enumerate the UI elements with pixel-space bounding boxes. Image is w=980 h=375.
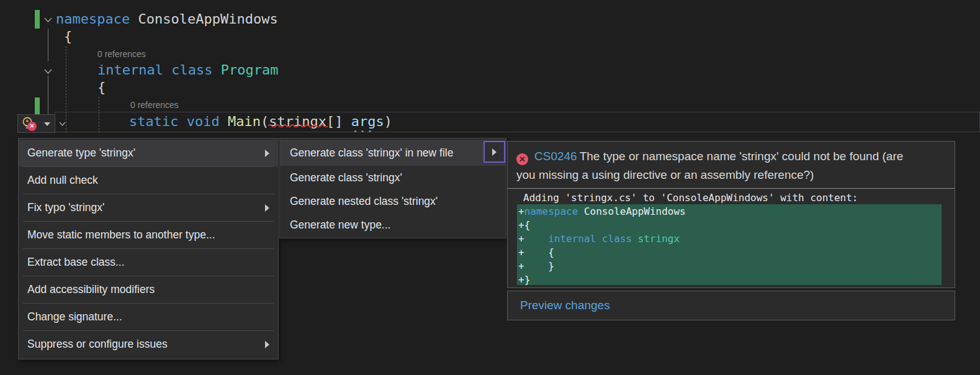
menu-item-add-accessibility-modifiers[interactable]: Add accessibility modifiers (19, 276, 278, 303)
change-bar (35, 10, 40, 29)
class-name-token: Program (221, 62, 279, 78)
fold-chevron-icon[interactable] (58, 118, 66, 129)
submenu-item-generate-class[interactable]: Generate class 'stringx' (280, 166, 506, 189)
namespace-name-token: ConsoleAppWindows (138, 11, 277, 27)
space-token (343, 114, 351, 129)
preview-changes-box: Preview changes (507, 291, 955, 320)
error-icon: ✕ (516, 153, 528, 165)
brace-token: { (97, 79, 106, 95)
error-squiggle (268, 114, 328, 132)
method-name-token: Main (228, 114, 261, 129)
submenu-item-label: Generate class 'stringx' in new file (290, 147, 453, 160)
diff-plus: +{ (518, 219, 530, 231)
menu-item-label: Extract base class... (27, 256, 125, 269)
diff-plus: + } (518, 260, 554, 272)
paren-token: ( (261, 114, 269, 129)
error-type-token: stringx (269, 114, 326, 129)
tooltip-separator (508, 188, 955, 189)
submenu-item-label: Generate new type... (290, 219, 390, 232)
menu-item-label: Generate type 'stringx' (27, 147, 135, 160)
type-token: stringx (638, 233, 680, 245)
menu-item-label: Fix typo 'stringx' (27, 201, 104, 214)
error-text-block: ✕CS0246The type or namespace name 'strin… (516, 147, 917, 184)
quick-actions-lightbulb[interactable]: ✕ (17, 114, 55, 133)
error-code: CS0246 (534, 150, 577, 163)
submenu-arrow-icon (265, 204, 269, 212)
brackets-token: [] (326, 114, 343, 129)
error-preview-tooltip: ✕CS0246The type or namespace name 'strin… (507, 141, 955, 288)
error-badge-icon: ✕ (27, 122, 37, 131)
menu-item-add-null-check[interactable]: Add null check (19, 167, 278, 194)
diff-line: +{ (517, 219, 942, 232)
error-header: ✕CS0246The type or namespace name 'strin… (508, 142, 955, 188)
fold-chevron-icon[interactable] (43, 14, 53, 25)
parameter-token: args... (351, 114, 384, 129)
submenu-item-label: Generate nested class 'stringx' (290, 195, 438, 208)
keyword-token: internal class (524, 233, 638, 245)
dropdown-chevron-icon (44, 122, 50, 126)
menu-item-extract-base-class[interactable]: Extract base class... (19, 249, 278, 276)
diff-line: + } (517, 260, 942, 273)
submenu-arrow-icon (265, 341, 269, 348)
submenu-arrow-icon (265, 150, 269, 157)
keyword-token: namespace (524, 206, 584, 217)
quick-actions-menu: Generate type 'stringx' Add null check F… (18, 138, 279, 359)
keyword-token: internal class (97, 62, 221, 78)
outline-guide (48, 76, 48, 114)
visual-studio-editor-screen: namespace ConsoleAppWindows { 0 referenc… (0, 0, 980, 375)
expand-preview-button[interactable] (483, 141, 505, 163)
code-line-main: static void Main(stringx[] args...) (129, 113, 392, 130)
menu-item-generate-type[interactable]: Generate type 'stringx' (19, 140, 278, 166)
outline-guide (48, 29, 48, 61)
keyword-token: static void (129, 114, 228, 129)
diff-line: +} (517, 273, 942, 287)
submenu-item-label: Generate class 'stringx' (290, 171, 402, 184)
code-line-brace: { (97, 79, 106, 96)
diff-adding-line: Adding 'stringx.cs' to 'ConsoleAppWindow… (523, 192, 858, 204)
code-line-namespace: namespace ConsoleAppWindows (56, 11, 278, 28)
code-line-brace: { (64, 28, 72, 45)
diff-line: +namespace ConsoleAppWindows (517, 205, 942, 219)
codelens-references[interactable]: 0 references (130, 99, 179, 111)
suggestion-dots: ... (353, 126, 374, 132)
diff-plus: + { (518, 246, 554, 258)
submenu-item-generate-new-type[interactable]: Generate new type... (280, 213, 506, 237)
menu-item-label: Move static members to another type... (27, 228, 215, 242)
change-bar (35, 97, 40, 115)
menu-item-change-signature[interactable]: Change signature... (19, 304, 278, 330)
diff-text: ConsoleAppWindows (584, 206, 686, 217)
preview-changes-link[interactable]: Preview changes (520, 299, 610, 312)
diff-plus: +} (518, 274, 530, 286)
code-line-class: internal class Program (97, 61, 278, 79)
generate-type-submenu: Generate class 'stringx' in new file Gen… (279, 138, 506, 238)
diff-preview-block: +namespace ConsoleAppWindows +{ + intern… (517, 204, 942, 285)
menu-item-label: Suppress or configure issues (27, 338, 168, 351)
submenu-item-generate-nested-class[interactable]: Generate nested class 'stringx' (280, 189, 506, 213)
indent-guide (99, 97, 99, 133)
menu-item-move-static-members[interactable]: Move static members to another type... (19, 222, 278, 248)
diff-plus: + (518, 233, 524, 245)
expand-arrow-icon (492, 148, 497, 156)
menu-item-suppress-or-configure[interactable]: Suppress or configure issues (19, 331, 278, 358)
brace-token: { (64, 29, 72, 44)
diff-plus: + (518, 206, 524, 217)
codelens-references[interactable]: 0 references (97, 48, 146, 60)
diff-line: + { (517, 246, 942, 260)
paren-token: ) (384, 114, 392, 129)
menu-item-label: Add null check (27, 174, 98, 187)
diff-line: + internal class stringx (517, 232, 942, 246)
menu-item-fix-typo[interactable]: Fix typo 'stringx' (19, 194, 278, 221)
menu-item-label: Add accessibility modifiers (27, 283, 155, 296)
keyword-token: namespace (56, 11, 138, 27)
submenu-item-generate-class-new-file[interactable]: Generate class 'stringx' in new file (280, 140, 506, 166)
menu-item-label: Change signature... (27, 310, 122, 323)
fold-chevron-icon[interactable] (43, 66, 53, 77)
